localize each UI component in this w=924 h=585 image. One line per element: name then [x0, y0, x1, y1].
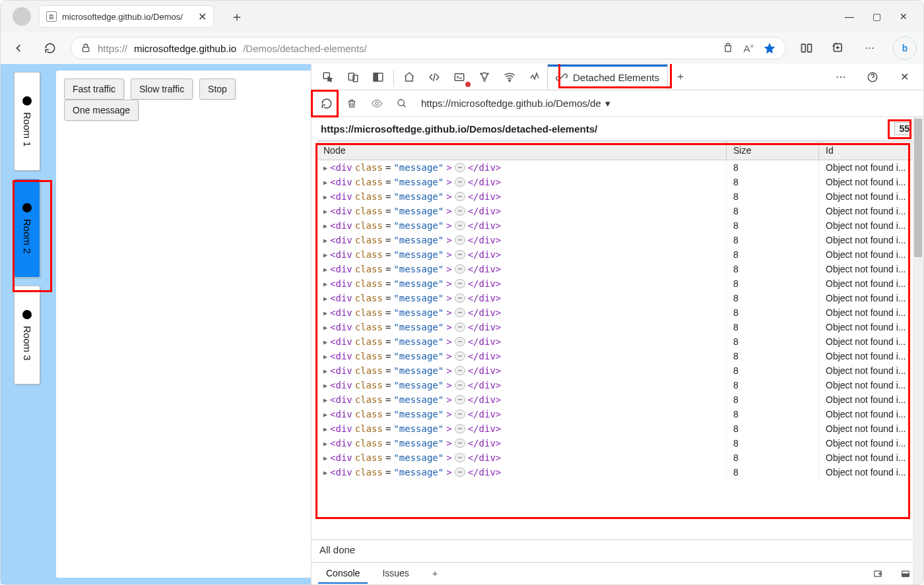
ellipsis-icon[interactable]: ⋯ — [455, 308, 465, 317]
drawer-console-tab[interactable]: Console — [318, 564, 368, 584]
table-row[interactable]: ▶<div class="message">⋯</div>8Object not… — [317, 189, 918, 204]
ellipsis-icon[interactable]: ⋯ — [455, 468, 465, 477]
table-row[interactable]: ▶<div class="message">⋯</div>8Object not… — [317, 465, 918, 479]
delete-icon[interactable] — [341, 92, 363, 115]
table-row[interactable]: ▶<div class="message">⋯</div>8Object not… — [317, 175, 918, 189]
expand-triangle-icon[interactable]: ▶ — [323, 309, 327, 317]
table-row[interactable]: ▶<div class="message">⋯</div>8Object not… — [317, 363, 918, 378]
expand-triangle-icon[interactable]: ▶ — [323, 367, 327, 375]
ellipsis-icon[interactable]: ⋯ — [455, 192, 465, 201]
room-tab-1[interactable]: Room 1 — [14, 72, 40, 171]
expand-triangle-icon[interactable]: ▶ — [323, 411, 327, 418]
close-tab-icon[interactable]: ✕ — [198, 11, 207, 23]
room-tab-3[interactable]: Room 3 — [14, 286, 40, 385]
slow-traffic-button[interactable]: Slow traffic — [131, 78, 193, 100]
table-row[interactable]: ▶<div class="message">⋯</div>8Object not… — [317, 320, 918, 334]
ellipsis-icon[interactable]: ⋯ — [455, 235, 465, 245]
table-row[interactable]: ▶<div class="message">⋯</div>8Object not… — [317, 276, 918, 291]
detached-elements-tab[interactable]: Detached Elements — [547, 64, 668, 90]
split-screen-icon[interactable] — [795, 37, 818, 59]
frame-selector[interactable]: https://microsoftedge.github.io/Demos/de… — [421, 98, 610, 109]
expand-triangle-icon[interactable]: ▶ — [323, 266, 327, 273]
room-tab-2[interactable]: Room 2 — [14, 179, 40, 278]
expand-triangle-icon[interactable]: ▶ — [323, 454, 327, 462]
profile-avatar[interactable] — [13, 7, 31, 26]
expand-triangle-icon[interactable]: ▶ — [323, 164, 327, 171]
ellipsis-icon[interactable]: ⋯ — [455, 264, 465, 274]
expand-triangle-icon[interactable]: ▶ — [323, 280, 327, 288]
new-tab-button[interactable]: ＋ — [226, 5, 248, 28]
search-icon[interactable] — [391, 92, 413, 115]
maximize-button[interactable]: ▢ — [873, 11, 881, 22]
one-message-button[interactable]: One message — [64, 100, 139, 121]
table-row[interactable]: ▶<div class="message">⋯</div>8Object not… — [317, 392, 918, 407]
dock-side-icon[interactable] — [366, 66, 391, 88]
ellipsis-icon[interactable]: ⋯ — [455, 323, 465, 332]
table-row[interactable]: ▶<div class="message">⋯</div>8Object not… — [317, 436, 918, 450]
stop-button[interactable]: Stop — [199, 78, 236, 100]
expand-triangle-icon[interactable]: ▶ — [323, 222, 327, 230]
read-aloud-icon[interactable]: A» — [743, 42, 754, 54]
analyze-button[interactable] — [315, 92, 338, 115]
ellipsis-icon[interactable]: ⋯ — [455, 366, 465, 375]
device-emulation-icon[interactable] — [341, 66, 366, 88]
table-row[interactable]: ▶<div class="message">⋯</div>8Object not… — [317, 349, 918, 363]
table-row[interactable]: ▶<div class="message">⋯</div>8Object not… — [317, 450, 918, 465]
col-node[interactable]: Node — [317, 141, 727, 160]
sources-tab-icon[interactable] — [472, 66, 497, 88]
col-size[interactable]: Size — [727, 141, 819, 160]
expand-triangle-icon[interactable]: ▶ — [323, 338, 327, 346]
more-menu-icon[interactable]: ⋯ — [859, 37, 881, 59]
ellipsis-icon[interactable]: ⋯ — [455, 177, 465, 187]
close-window-button[interactable]: ✕ — [900, 11, 908, 22]
table-row[interactable]: ▶<div class="message">⋯</div>8Object not… — [317, 204, 918, 218]
drawer-issues-tab[interactable]: Issues — [374, 564, 416, 584]
expand-triangle-icon[interactable]: ▶ — [323, 295, 327, 302]
bing-chat-icon[interactable]: b — [893, 36, 917, 60]
ellipsis-icon[interactable]: ⋯ — [455, 163, 465, 172]
expand-triangle-icon[interactable]: ▶ — [323, 179, 327, 186]
ellipsis-icon[interactable]: ⋯ — [455, 293, 465, 303]
table-row[interactable]: ▶<div class="message">⋯</div>8Object not… — [317, 407, 918, 421]
ellipsis-icon[interactable]: ⋯ — [455, 206, 465, 216]
ellipsis-icon[interactable]: ⋯ — [455, 410, 465, 419]
table-row[interactable]: ▶<div class="message">⋯</div>8Object not… — [317, 160, 918, 175]
expand-triangle-icon[interactable]: ▶ — [323, 440, 327, 447]
expand-triangle-icon[interactable]: ▶ — [323, 469, 327, 476]
ellipsis-icon[interactable]: ⋯ — [455, 250, 465, 259]
url-input[interactable]: https://microsoftedge.github.io/Demos/de… — [71, 37, 786, 59]
table-row[interactable]: ▶<div class="message">⋯</div>8Object not… — [317, 262, 918, 276]
expand-triangle-icon[interactable]: ▶ — [323, 193, 327, 200]
welcome-tab-icon[interactable] — [397, 66, 422, 88]
shopping-icon[interactable] — [722, 42, 734, 54]
expand-triangle-icon[interactable]: ▶ — [323, 208, 327, 215]
table-row[interactable]: ▶<div class="message">⋯</div>8Object not… — [317, 233, 918, 247]
ellipsis-icon[interactable]: ⋯ — [455, 439, 465, 448]
ellipsis-icon[interactable]: ⋯ — [455, 424, 465, 433]
back-button[interactable] — [7, 37, 30, 59]
devtools-close-icon[interactable]: ✕ — [892, 66, 917, 88]
expand-triangle-icon[interactable]: ▶ — [323, 396, 327, 404]
expand-triangle-icon[interactable]: ▶ — [323, 237, 327, 244]
elements-tab-icon[interactable] — [422, 66, 447, 88]
favorite-star-icon[interactable] — [763, 42, 776, 55]
ellipsis-icon[interactable]: ⋯ — [455, 453, 465, 462]
console-tab-icon[interactable] — [447, 66, 472, 88]
performance-tab-icon[interactable] — [522, 66, 547, 88]
devtools-scrollbar-track[interactable] — [913, 117, 923, 584]
drawer-expand-icon[interactable] — [867, 563, 889, 585]
expand-triangle-icon[interactable]: ▶ — [323, 251, 327, 259]
ellipsis-icon[interactable]: ⋯ — [455, 279, 465, 288]
minimize-button[interactable]: — — [845, 11, 854, 22]
ellipsis-icon[interactable]: ⋯ — [455, 352, 465, 361]
table-row[interactable]: ▶<div class="message">⋯</div>8Object not… — [317, 218, 918, 233]
ellipsis-icon[interactable]: ⋯ — [455, 221, 465, 230]
drawer-add-tab-icon[interactable]: ＋ — [424, 563, 446, 585]
inspect-element-icon[interactable] — [315, 66, 341, 88]
add-tab-icon[interactable]: ＋ — [668, 66, 693, 88]
network-tab-icon[interactable] — [497, 66, 522, 88]
expand-triangle-icon[interactable]: ▶ — [323, 425, 327, 433]
table-row[interactable]: ▶<div class="message">⋯</div>8Object not… — [317, 291, 918, 305]
browser-tab[interactable]: 🗎 microsoftedge.github.io/Demos/ ✕ — [39, 5, 214, 28]
expand-triangle-icon[interactable]: ▶ — [323, 353, 327, 360]
